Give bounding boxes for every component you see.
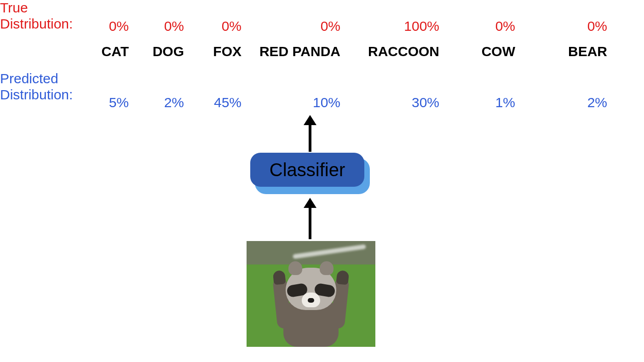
true-value-cat: 0%	[85, 18, 129, 34]
classifier-label: Classifier	[270, 160, 345, 180]
classifier-box: Classifier	[250, 153, 370, 193]
class-cat: CAT	[85, 44, 129, 59]
pred-value-dog: 2%	[140, 95, 184, 110]
class-cow: COW	[460, 44, 515, 59]
true-value-cow: 0%	[460, 18, 515, 34]
arrow-up-icon	[304, 115, 316, 152]
pred-value-bear: 2%	[538, 95, 607, 110]
arrow-up-icon	[304, 198, 316, 239]
true-value-redpanda: 0%	[255, 18, 340, 34]
true-value-raccoon: 100%	[352, 18, 439, 34]
true-value-bear: 0%	[538, 18, 607, 34]
class-bear: BEAR	[538, 44, 607, 59]
pred-value-raccoon: 30%	[352, 95, 439, 110]
true-distribution-label: True Distribution:	[0, 0, 73, 32]
pred-value-redpanda: 10%	[255, 95, 340, 110]
class-raccoon: RACCOON	[352, 44, 439, 59]
class-redpanda: RED PANDA	[255, 44, 340, 59]
class-fox: FOX	[196, 44, 242, 59]
predicted-distribution-label: Predicted Distribution:	[0, 71, 73, 103]
pred-value-cow: 1%	[460, 95, 515, 110]
true-value-fox: 0%	[196, 18, 242, 34]
pred-value-cat: 5%	[85, 95, 129, 110]
pred-value-fox: 45%	[196, 95, 242, 110]
class-dog: DOG	[140, 44, 184, 59]
true-value-dog: 0%	[140, 18, 184, 34]
diagram-stage: True Distribution: Predicted Distributio…	[0, 0, 644, 362]
input-image	[247, 241, 375, 347]
